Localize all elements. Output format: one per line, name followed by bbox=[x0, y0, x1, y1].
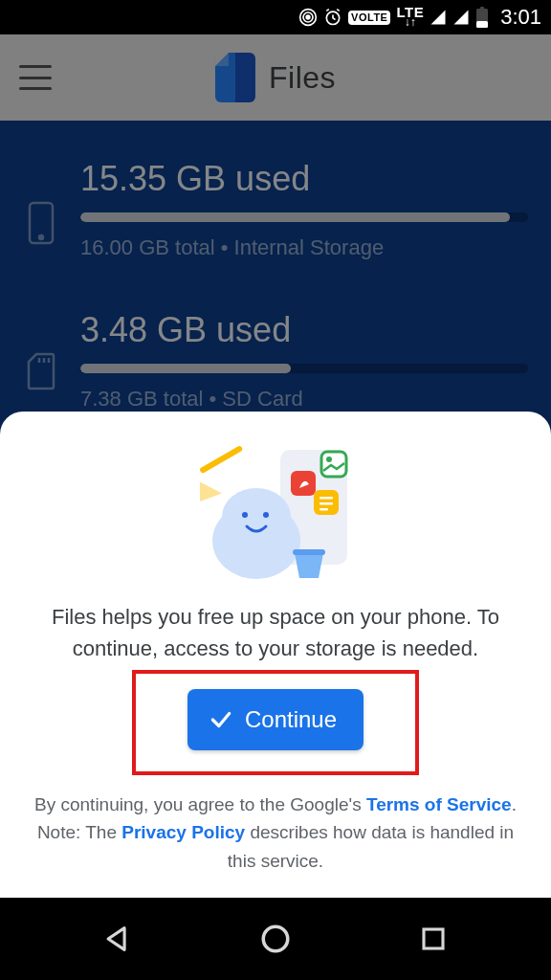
svg-rect-24 bbox=[424, 929, 443, 948]
sd-progress-bar bbox=[80, 364, 528, 373]
battery-icon bbox=[475, 7, 489, 28]
svg-point-18 bbox=[326, 457, 332, 462]
permission-sheet: Files helps you free up space on your ph… bbox=[0, 412, 551, 898]
home-button[interactable] bbox=[254, 918, 297, 960]
sd-used-text: 3.48 GB used bbox=[80, 310, 528, 350]
hamburger-icon[interactable] bbox=[19, 65, 52, 90]
app-title: Files bbox=[269, 60, 336, 96]
internal-storage-row[interactable]: 15.35 GB used 16.00 GB total • Internal … bbox=[23, 159, 528, 260]
internal-progress-bar bbox=[80, 212, 528, 222]
internal-progress-fill bbox=[80, 212, 510, 222]
internal-used-text: 15.35 GB used bbox=[80, 159, 528, 199]
hotspot-icon bbox=[298, 8, 318, 27]
signal-1-icon bbox=[430, 9, 447, 26]
lte-indicator: LTE ↓↑ bbox=[396, 7, 424, 28]
status-bar: VOLTE LTE ↓↑ 3:01 bbox=[0, 0, 551, 34]
sd-card-icon bbox=[23, 352, 59, 390]
svg-rect-22 bbox=[320, 508, 328, 511]
internal-sub-text: 16.00 GB total • Internal Storage bbox=[80, 235, 528, 260]
svg-rect-20 bbox=[320, 497, 333, 500]
svg-rect-14 bbox=[199, 445, 243, 474]
system-nav-bar bbox=[0, 898, 551, 980]
sd-sub-text: 7.38 GB total • SD Card bbox=[80, 387, 528, 412]
svg-point-8 bbox=[39, 235, 43, 239]
svg-point-0 bbox=[306, 15, 310, 19]
sd-progress-fill bbox=[80, 364, 291, 373]
clock-text: 3:01 bbox=[500, 5, 541, 30]
svg-rect-21 bbox=[320, 502, 333, 505]
illustration bbox=[27, 440, 524, 584]
alarm-icon bbox=[323, 8, 342, 27]
tos-link[interactable]: Terms of Service bbox=[366, 794, 512, 814]
sheet-message: Files helps you free up space on your ph… bbox=[27, 601, 524, 664]
svg-point-13 bbox=[263, 512, 269, 518]
svg-point-23 bbox=[263, 926, 288, 951]
continue-button[interactable]: Continue bbox=[187, 689, 364, 750]
tutorial-highlight-box: Continue bbox=[132, 670, 419, 775]
svg-point-11 bbox=[222, 488, 291, 546]
app-bar: Files bbox=[0, 34, 551, 121]
signal-2-icon bbox=[452, 9, 470, 26]
volte-badge: VOLTE bbox=[348, 11, 390, 25]
check-icon bbox=[209, 707, 233, 732]
svg-point-12 bbox=[242, 512, 248, 518]
svg-rect-15 bbox=[293, 549, 325, 555]
privacy-link[interactable]: Privacy Policy bbox=[121, 822, 245, 842]
files-logo-icon bbox=[215, 53, 255, 102]
recent-apps-button[interactable] bbox=[412, 918, 454, 960]
svg-rect-5 bbox=[480, 7, 484, 10]
svg-rect-6 bbox=[476, 21, 488, 28]
legal-text: By continuing, you agree to the Google's… bbox=[27, 791, 524, 875]
phone-icon bbox=[23, 201, 59, 245]
sd-storage-row[interactable]: 3.48 GB used 7.38 GB total • SD Card bbox=[23, 310, 528, 412]
back-button[interactable] bbox=[97, 918, 139, 960]
continue-label: Continue bbox=[245, 706, 337, 733]
